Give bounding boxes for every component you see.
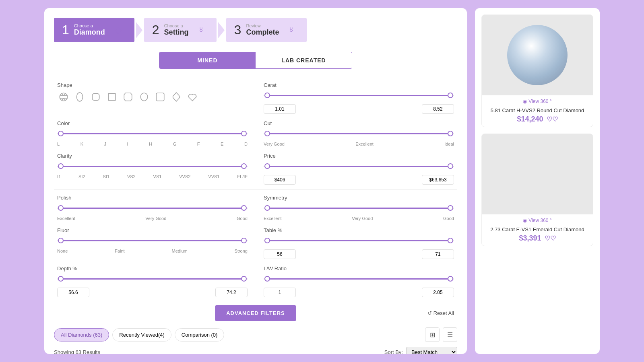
table-range[interactable] bbox=[264, 236, 454, 245]
lw-ratio-min-input[interactable]: 1 bbox=[264, 288, 296, 297]
shape-filter: Shape bbox=[57, 82, 248, 114]
tab-all-diamonds[interactable]: All Diamonds (63) bbox=[54, 328, 109, 341]
step-3-label: Review bbox=[246, 23, 279, 28]
tabs-row: All Diamonds (63) Recently Viewed(4) Com… bbox=[54, 327, 457, 342]
clarity-range[interactable] bbox=[57, 161, 248, 171]
bottom-action-row: ADVANCED FILTERS ↺ Reset All bbox=[54, 305, 457, 321]
step-1-number: 1 bbox=[62, 23, 69, 37]
depth-max-input[interactable]: 74.2 bbox=[215, 288, 248, 297]
lab-created-button[interactable]: LAB CREATED bbox=[256, 52, 352, 68]
shape-pear[interactable] bbox=[138, 90, 151, 103]
price-min-input[interactable]: $406 bbox=[264, 175, 296, 185]
depth-range[interactable] bbox=[57, 274, 248, 284]
svg-point-0 bbox=[60, 93, 68, 101]
svg-marker-11 bbox=[156, 93, 164, 101]
shape-emerald[interactable] bbox=[122, 90, 134, 103]
svg-line-4 bbox=[64, 93, 66, 96]
cut-range[interactable] bbox=[264, 129, 454, 138]
clarity-marks: I1SI2SI1VS2VS1VVS2VVS1FL/IF bbox=[57, 174, 248, 179]
lw-ratio-range[interactable] bbox=[264, 274, 454, 284]
color-range[interactable] bbox=[57, 129, 248, 138]
view-toggle: ⊞ ☰ bbox=[425, 327, 457, 342]
shape-marquise[interactable] bbox=[170, 90, 183, 103]
price-filter: Price $406 $63,653 bbox=[264, 153, 454, 185]
fluor-range[interactable] bbox=[57, 236, 248, 245]
price-range[interactable] bbox=[264, 161, 454, 171]
symmetry-range[interactable] bbox=[264, 203, 454, 213]
svg-rect-8 bbox=[92, 93, 99, 100]
depth-label: Depth % bbox=[57, 265, 248, 272]
table-filter: Table % 56 71 bbox=[264, 227, 454, 259]
mined-button[interactable]: MINED bbox=[159, 52, 256, 68]
mined-lab-toggle: MINED LAB CREATED bbox=[159, 52, 352, 69]
step-2-label: Choose a bbox=[164, 23, 189, 28]
view360-2[interactable]: ◉ View 360 ° bbox=[482, 214, 593, 226]
step-1-value: Diamond bbox=[74, 28, 105, 37]
carat-range[interactable] bbox=[264, 90, 454, 100]
shape-radiant[interactable] bbox=[154, 90, 167, 103]
diamond-card-2: ◉ View 360 ° 2.73 Carat E-VS1 Emerald Cu… bbox=[481, 134, 593, 246]
diamond-title-2: 2.73 Carat E-VS1 Emerald Cut Diamond bbox=[482, 226, 593, 234]
step-3-number: 3 bbox=[234, 23, 242, 37]
diamond-price-1: $14,240 ♡♡ bbox=[482, 115, 593, 127]
grid-view-button[interactable]: ⊞ bbox=[425, 327, 440, 342]
list-view-button[interactable]: ☰ bbox=[443, 327, 457, 342]
depth-min-input[interactable]: 56.6 bbox=[57, 288, 89, 297]
step-2[interactable]: 2 Choose a Setting ⍤ bbox=[144, 18, 217, 42]
price-max-input[interactable]: $63,653 bbox=[422, 175, 454, 185]
diamond-img-2 bbox=[482, 134, 593, 214]
color-marks: LKJIHGFED bbox=[57, 142, 248, 146]
tab-comparison[interactable]: Comparison (0) bbox=[175, 328, 225, 341]
sort-select[interactable]: Best Match Price Low-High Price High-Low… bbox=[406, 347, 457, 354]
polish-label: Polish bbox=[57, 195, 248, 201]
polish-range[interactable] bbox=[57, 203, 248, 213]
wishlist-icon-2[interactable]: ♡♡ bbox=[545, 234, 556, 242]
lw-ratio-max-input[interactable]: 2.05 bbox=[422, 288, 454, 297]
wishlist-icon-1[interactable]: ♡♡ bbox=[547, 115, 558, 123]
advanced-filters-button[interactable]: ADVANCED FILTERS bbox=[215, 305, 296, 321]
carat-min-input[interactable]: 1.01 bbox=[264, 104, 296, 114]
diamond-img-1 bbox=[482, 15, 593, 95]
tab-recently-viewed[interactable]: Recently Viewed(4) bbox=[112, 328, 171, 341]
symmetry-marks: ExcellentVery GoodGood bbox=[264, 216, 454, 221]
sort-by-label: Sort By: bbox=[384, 349, 403, 354]
shape-princess[interactable] bbox=[105, 90, 118, 103]
table-label: Table % bbox=[264, 227, 454, 233]
color-label: Color bbox=[57, 120, 248, 126]
shape-label: Shape bbox=[57, 82, 248, 88]
shape-cushion[interactable] bbox=[89, 90, 102, 103]
step-3[interactable]: 3 Review Complete ⍤ bbox=[226, 18, 307, 42]
svg-line-3 bbox=[62, 93, 64, 96]
filters-grid: Shape bbox=[54, 82, 457, 185]
fluor-label: Fluor bbox=[57, 227, 248, 233]
shape-oval[interactable] bbox=[73, 90, 86, 103]
table-max-input[interactable]: 71 bbox=[422, 249, 454, 259]
divider-1 bbox=[54, 77, 457, 77]
right-panel: ◉ View 360 ° 5.81 Carat H-VVS2 Round Cut… bbox=[475, 8, 600, 354]
step-arrow-1 bbox=[136, 22, 142, 38]
shape-round[interactable] bbox=[57, 90, 70, 103]
svg-marker-10 bbox=[124, 93, 132, 101]
clarity-label: Clarity bbox=[57, 153, 248, 159]
cut-filter: Cut Very GoodExcellentIdeal bbox=[264, 120, 454, 146]
view360-1[interactable]: ◉ View 360 ° bbox=[482, 95, 593, 107]
color-filter: Color LKJIHGFED bbox=[57, 120, 248, 146]
carat-filter: Carat 1.01 8.52 bbox=[264, 82, 454, 114]
step-2-number: 2 bbox=[152, 23, 159, 37]
diamond-emerald-shape bbox=[501, 150, 574, 198]
lw-ratio-label: L/W Ratio bbox=[264, 265, 454, 272]
step-2-value: Setting bbox=[164, 28, 189, 37]
fluor-marks: NoneFaintMediumStrong bbox=[57, 249, 248, 253]
step-1[interactable]: 1 Choose a Diamond ◇ bbox=[54, 18, 134, 42]
polish-marks: ExcellentVery GoodGood bbox=[57, 216, 248, 221]
ring-icon-1: ⍤ bbox=[198, 25, 204, 35]
carat-max-input[interactable]: 8.52 bbox=[422, 104, 454, 114]
reset-all-button[interactable]: ↺ Reset All bbox=[427, 310, 454, 316]
showing-results: Showing 63 Results bbox=[54, 349, 100, 354]
view360-icon-1: ◉ bbox=[523, 99, 527, 104]
fluor-filter: Fluor NoneFaintMediumStrong bbox=[57, 227, 248, 259]
svg-rect-9 bbox=[108, 93, 115, 100]
shape-heart[interactable] bbox=[186, 90, 199, 103]
symmetry-label: Symmetry bbox=[264, 195, 454, 201]
table-min-input[interactable]: 56 bbox=[264, 249, 296, 259]
